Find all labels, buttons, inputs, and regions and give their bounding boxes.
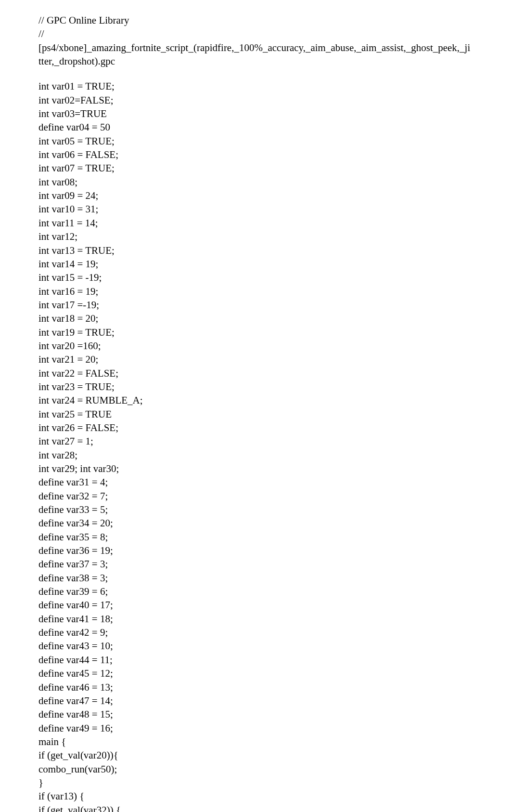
code-line: define var44 = 11; bbox=[38, 653, 473, 667]
code-line: int var26 = FALSE; bbox=[38, 421, 473, 434]
code-line: if (get_val(var32)) { bbox=[38, 803, 473, 812]
code-line: main { bbox=[38, 735, 473, 748]
code-line: define var32 = 7; bbox=[38, 489, 473, 503]
code-line: int var28; bbox=[38, 448, 473, 462]
code-line: int var21 = 20; bbox=[38, 353, 473, 366]
code-line: [ps4/xbone]_amazing_fortnite_script_(rap… bbox=[38, 41, 473, 68]
code-line: int var24 = RUMBLE_A; bbox=[38, 393, 473, 407]
code-line: int var17 =-19; bbox=[38, 298, 473, 312]
code-line: if (get_val(var20)){ bbox=[38, 748, 473, 762]
code-line: int var13 = TRUE; bbox=[38, 244, 473, 257]
code-line: define var33 = 5; bbox=[38, 503, 473, 516]
code-line: int var10 = 31; bbox=[38, 202, 473, 216]
code-line: define var41 = 18; bbox=[38, 612, 473, 626]
code-line: define var45 = 12; bbox=[38, 667, 473, 680]
code-line: if (var13) { bbox=[38, 789, 473, 803]
code-line: define var39 = 6; bbox=[38, 585, 473, 598]
code-line: int var12; bbox=[38, 230, 473, 243]
code-line: define var47 = 14; bbox=[38, 694, 473, 707]
code-line: int var29; int var30; bbox=[38, 462, 473, 475]
blank-line bbox=[38, 68, 473, 79]
code-line: // bbox=[38, 27, 473, 40]
code-line: define var34 = 20; bbox=[38, 516, 473, 530]
code-line: define var43 = 10; bbox=[38, 639, 473, 653]
code-line: int var16 = 19; bbox=[38, 285, 473, 298]
code-line: int var02=FALSE; bbox=[38, 93, 473, 107]
code-line: combo_run(var50); bbox=[38, 762, 473, 776]
code-line: define var31 = 4; bbox=[38, 475, 473, 489]
code-line: int var19 = TRUE; bbox=[38, 326, 473, 339]
code-line: define var38 = 3; bbox=[38, 571, 473, 585]
code-line: define var36 = 19; bbox=[38, 544, 473, 557]
code-line: } bbox=[38, 776, 473, 789]
code-line: int var08; bbox=[38, 175, 473, 189]
code-line: define var42 = 9; bbox=[38, 626, 473, 639]
code-line: int var07 = TRUE; bbox=[38, 161, 473, 175]
code-line: int var01 = TRUE; bbox=[38, 79, 473, 93]
code-line: define var48 = 15; bbox=[38, 707, 473, 721]
code-line: define var04 = 50 bbox=[38, 120, 473, 134]
code-line: int var27 = 1; bbox=[38, 434, 473, 448]
code-line: int var20 =160; bbox=[38, 339, 473, 353]
code-line: int var11 = 14; bbox=[38, 216, 473, 230]
code-line: int var25 = TRUE bbox=[38, 407, 473, 421]
code-line: int var18 = 20; bbox=[38, 312, 473, 325]
code-line: define var49 = 16; bbox=[38, 721, 473, 735]
code-line: int var03=TRUE bbox=[38, 107, 473, 120]
code-line: // GPC Online Library bbox=[38, 13, 473, 27]
code-line: define var40 = 17; bbox=[38, 598, 473, 612]
code-line: int var15 = -19; bbox=[38, 271, 473, 284]
code-line: int var05 = TRUE; bbox=[38, 134, 473, 148]
code-line: int var22 = FALSE; bbox=[38, 367, 473, 380]
code-line: int var14 = 19; bbox=[38, 257, 473, 271]
code-line: int var23 = TRUE; bbox=[38, 380, 473, 393]
code-line: define var46 = 13; bbox=[38, 681, 473, 694]
code-line: int var09 = 24; bbox=[38, 189, 473, 202]
code-line: define var35 = 8; bbox=[38, 530, 473, 544]
code-line: int var06 = FALSE; bbox=[38, 148, 473, 161]
code-line: define var37 = 3; bbox=[38, 557, 473, 571]
document-page: // GPC Online Library // [ps4/xbone]_ama… bbox=[0, 0, 511, 812]
